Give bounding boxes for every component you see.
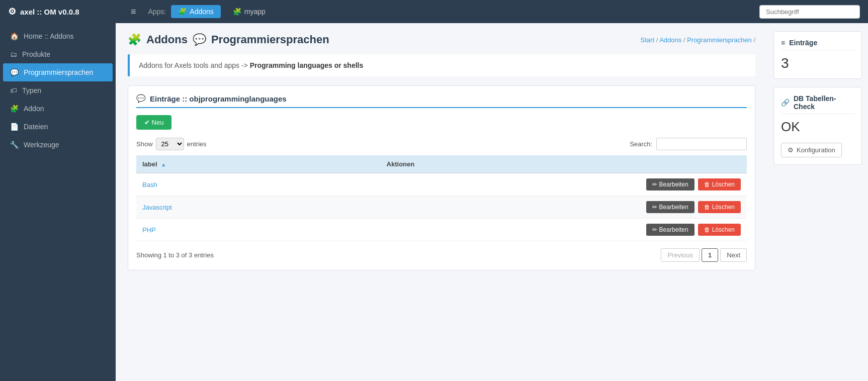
pagination-row: Showing 1 to 3 of 3 entries Previous 1 N… (136, 248, 747, 262)
label-link[interactable]: Javascript (142, 204, 172, 211)
navbar: ⚙ axel :: OM v0.0.8 ≡ Apps: 🧩 Addons 🧩 m… (0, 0, 868, 23)
sidebar-item-produkte-label: Produkte (22, 50, 50, 58)
addons-puzzle-icon: 🧩 (128, 33, 141, 46)
search-area (759, 5, 860, 19)
cell-actions: ✏ Bearbeiten 🗑 Löschen (381, 219, 747, 241)
nav-myapp-icon: 🧩 (233, 8, 241, 16)
db-widget: 🔗 DB Tabellen-Check OK ⚙ Konfiguration (773, 87, 862, 165)
table-search-input[interactable] (656, 138, 747, 150)
table-card-header: 💬 Einträge :: objprogramminglanguages (136, 94, 747, 108)
sort-icon: ▲ (161, 162, 166, 167)
info-box: Addons for Axels tools and apps -> Progr… (128, 54, 755, 76)
title-addons: Addons (146, 33, 188, 46)
sidebar-item-home[interactable]: 🏠 Home :: Addons (0, 27, 116, 45)
dateien-icon: 📄 (10, 123, 19, 131)
page-1-button[interactable]: 1 (702, 248, 718, 262)
apps-nav: Apps: 🧩 Addons 🧩 myapp (148, 5, 751, 18)
cell-label: PHP (136, 219, 381, 241)
delete-button[interactable]: 🗑 Löschen (698, 178, 741, 190)
typen-icon: 🏷 (10, 86, 17, 94)
breadcrumb-start[interactable]: Start (641, 36, 654, 44)
page-title: 🧩 Addons 💬 Programmiersprachen (128, 33, 329, 46)
table-row: PHP ✏ Bearbeiten 🗑 Löschen (136, 219, 747, 241)
sidebar-item-addon-label: Addon (24, 105, 44, 113)
table-row: Javascript ✏ Bearbeiten 🗑 Löschen (136, 196, 747, 219)
search-input[interactable] (759, 5, 860, 19)
table-card: 💬 Einträge :: objprogramminglanguages ✔ … (128, 85, 755, 270)
col-actions: Aktionen (381, 155, 747, 173)
nav-myapp-button[interactable]: 🧩 myapp (226, 5, 273, 18)
breadcrumb: Start / Addons / Programmiersprachen / (641, 36, 755, 44)
delete-button[interactable]: 🗑 Löschen (698, 224, 741, 236)
edit-button[interactable]: ✏ Bearbeiten (646, 178, 694, 190)
nav-addons-label: Addons (190, 8, 213, 16)
label-link[interactable]: PHP (142, 226, 156, 234)
next-button[interactable]: Next (720, 248, 747, 262)
sidebar-item-werkzeuge-label: Werkzeuge (24, 141, 59, 149)
sidebar-item-addon[interactable]: 🧩 Addon (0, 100, 116, 118)
cell-label: Bash (136, 173, 381, 196)
title-speech-icon: 💬 (193, 33, 206, 46)
show-entries-select[interactable]: 25 10 50 100 (156, 138, 184, 150)
search-label: Search: (630, 140, 652, 148)
cell-actions: ✏ Bearbeiten 🗑 Löschen (381, 196, 747, 219)
pagination-controls: Previous 1 Next (661, 248, 747, 262)
sidebar-item-programmiersprachen[interactable]: 💬 Programmiersprachen (3, 63, 113, 81)
breadcrumb-sep3: / (753, 36, 755, 44)
brand: ⚙ axel :: OM v0.0.8 (8, 6, 119, 17)
table-header-icon: 💬 (136, 94, 146, 103)
table-row: Bash ✏ Bearbeiten 🗑 Löschen (136, 173, 747, 196)
data-table: label ▲ Aktionen Bash ✏ Bearbeiten 🗑 Lös… (136, 155, 747, 241)
entries-count: 3 (781, 55, 854, 71)
table-header-text: Einträge :: objprogramminglanguages (150, 94, 287, 103)
sidebar-item-produkte[interactable]: 🗂 Produkte (0, 45, 116, 63)
prev-button[interactable]: Previous (661, 248, 700, 262)
breadcrumb-addons[interactable]: Addons (659, 36, 681, 44)
config-button[interactable]: ⚙ Konfiguration (781, 143, 842, 157)
entries-widget: ≡ Einträge 3 (773, 31, 862, 79)
db-title: DB Tabellen-Check (794, 94, 854, 111)
label-link[interactable]: Bash (142, 181, 157, 188)
entries-label: entries (187, 140, 207, 148)
brand-title: axel :: OM v0.0.8 (20, 8, 79, 16)
addon-icon: 🧩 (10, 105, 19, 113)
db-widget-title: 🔗 DB Tabellen-Check (781, 94, 854, 114)
sidebar-item-typen[interactable]: 🏷 Typen (0, 81, 116, 100)
config-label: Konfiguration (797, 146, 835, 154)
showing-text: Showing 1 to 3 of 3 entries (136, 251, 214, 259)
title-name: Programmiersprachen (211, 33, 329, 46)
sidebar-item-dateien-label: Dateien (24, 123, 48, 131)
main-layout: 🏠 Home :: Addons 🗂 Produkte 💬 Programmie… (0, 23, 868, 381)
entries-title-icon: ≡ (781, 39, 785, 47)
edit-button[interactable]: ✏ Bearbeiten (646, 224, 694, 236)
show-entries: Show 25 10 50 100 entries (136, 138, 207, 150)
breadcrumb-current[interactable]: Programmiersprachen (687, 36, 752, 44)
nav-myapp-label: myapp (244, 8, 266, 16)
sidebar-item-typen-label: Typen (22, 86, 41, 94)
nav-addons-button[interactable]: 🧩 Addons (171, 5, 220, 18)
sidebar-item-dateien[interactable]: 📄 Dateien (0, 118, 116, 136)
info-text: Addons for Axels tools and apps -> (139, 61, 248, 69)
cell-label: Javascript (136, 196, 381, 219)
col-label[interactable]: label ▲ (136, 155, 381, 173)
right-panel: ≡ Einträge 3 🔗 DB Tabellen-Check OK ⚙ Ko… (767, 23, 868, 381)
new-button[interactable]: ✔ Neu (136, 115, 171, 130)
produkte-icon: 🗂 (10, 50, 17, 58)
top-row: 🧩 Addons 💬 Programmiersprachen Start / A… (128, 33, 755, 46)
home-icon: 🏠 (10, 32, 19, 40)
content: 🧩 Addons 💬 Programmiersprachen Start / A… (116, 23, 767, 381)
info-bold: Programming languages or shells (250, 61, 364, 69)
table-controls: Show 25 10 50 100 entries Search: (136, 138, 747, 150)
cell-actions: ✏ Bearbeiten 🗑 Löschen (381, 173, 747, 196)
hamburger-icon[interactable]: ≡ (127, 5, 140, 19)
sidebar-item-programmiersprachen-label: Programmiersprachen (24, 68, 94, 76)
sidebar-item-werkzeuge[interactable]: 🔧 Werkzeuge (0, 136, 116, 154)
show-label: Show (136, 140, 153, 148)
brand-icon: ⚙ (8, 6, 16, 17)
search-box: Search: (630, 138, 747, 150)
sidebar-item-home-label: Home :: Addons (24, 32, 74, 40)
nav-addons-icon: 🧩 (178, 8, 187, 16)
delete-button[interactable]: 🗑 Löschen (698, 201, 741, 213)
edit-button[interactable]: ✏ Bearbeiten (646, 201, 694, 213)
programmiersprachen-icon: 💬 (10, 68, 19, 76)
